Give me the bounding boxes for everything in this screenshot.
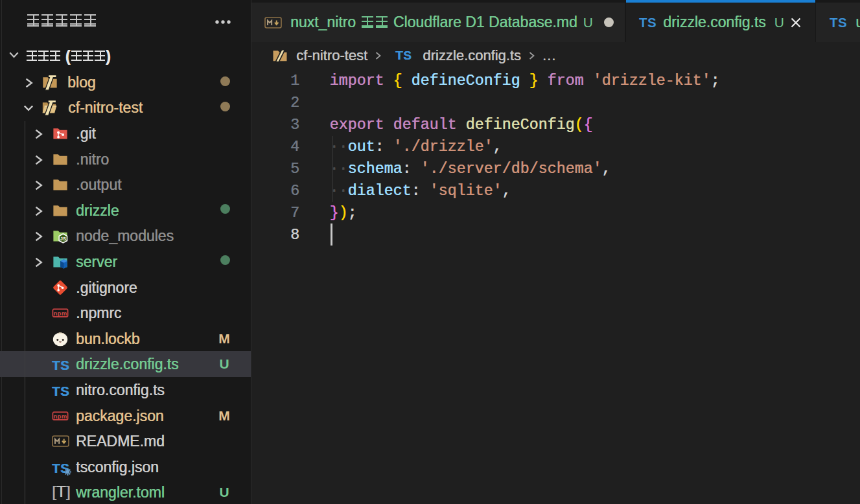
svg-text:JS: JS (60, 236, 66, 242)
svg-text:npm: npm (54, 412, 67, 419)
svg-text:npm: npm (54, 310, 67, 317)
